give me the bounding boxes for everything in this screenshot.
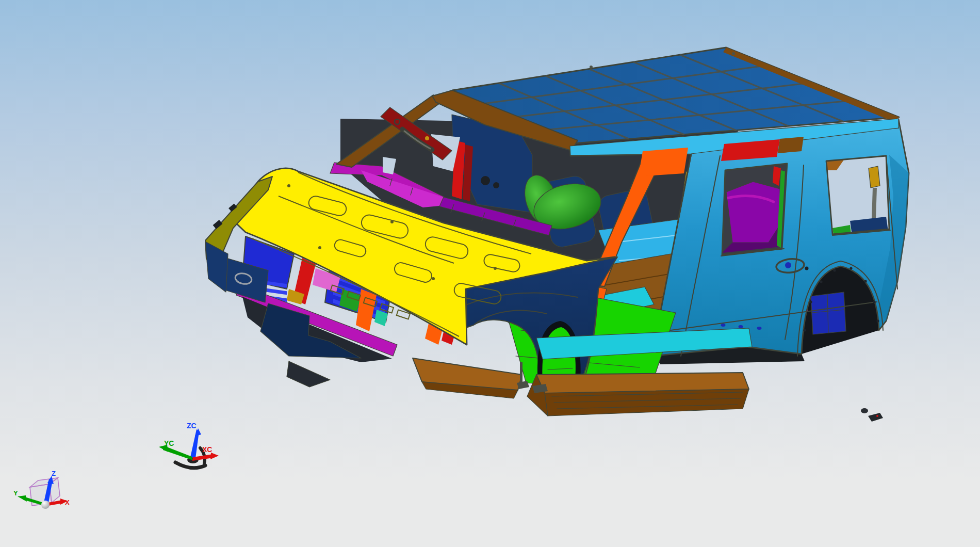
- bumper-under-piece: [287, 361, 330, 387]
- quarter-trim-purple: [726, 182, 782, 243]
- cad-viewport[interactable]: ZC YC XC Z Y X: [0, 0, 980, 547]
- trim-bolt-gold: [425, 136, 429, 140]
- door-handle-latch: [785, 262, 791, 268]
- running-board-side: [545, 389, 749, 416]
- roof-hole: [732, 52, 735, 55]
- door-lock-hole: [805, 267, 809, 270]
- loose-plate-dot: [876, 415, 878, 417]
- speaker-hole: [481, 176, 490, 185]
- roof-hole: [590, 66, 593, 69]
- speaker-hole: [493, 182, 499, 188]
- abs-z-label: Z: [52, 470, 56, 477]
- quarter-bracket-gold: [869, 166, 880, 188]
- loose-plate: [868, 413, 883, 422]
- model-canvas[interactable]: ZC YC XC Z Y X: [0, 0, 980, 547]
- wcs-triad[interactable]: ZC YC XC: [159, 422, 219, 468]
- wcs-z-label: ZC: [187, 422, 197, 430]
- abs-y-label: Y: [13, 489, 18, 497]
- loose-nut: [861, 408, 868, 413]
- rail-patch-brown[interactable]: [778, 137, 804, 153]
- absolute-csys-triad: Z Y X: [13, 470, 70, 509]
- rail-patch-orange[interactable]: [639, 148, 688, 176]
- bracket-stem: [520, 362, 522, 384]
- abs-origin-sphere: [41, 501, 50, 509]
- wcs-x-label: XC: [202, 445, 212, 454]
- abs-x-label: X: [65, 498, 70, 506]
- car-body-model[interactable]: [205, 47, 909, 422]
- wcs-y-label: YC: [164, 439, 174, 447]
- abs-y-cone: [18, 495, 27, 502]
- wcs-rotate-handle[interactable]: [175, 462, 205, 468]
- loose-parts[interactable]: [861, 408, 883, 422]
